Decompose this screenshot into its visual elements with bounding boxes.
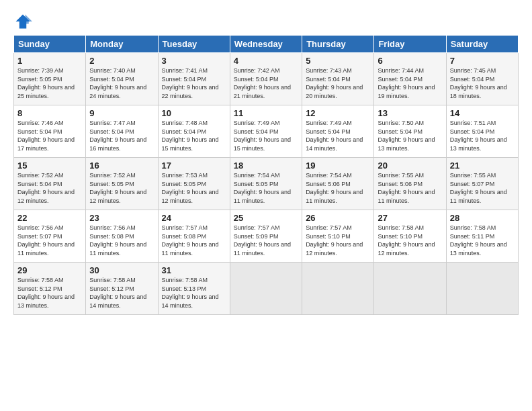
day-info: Sunrise: 7:58 AMSunset: 5:12 PMDaylight:… xyxy=(17,277,75,309)
calendar-week-row: 8Sunrise: 7:46 AMSunset: 5:04 PMDaylight… xyxy=(14,105,519,158)
day-info: Sunrise: 7:46 AMSunset: 5:04 PMDaylight:… xyxy=(17,120,75,152)
calendar-cell-20: 20Sunrise: 7:55 AMSunset: 5:06 PMDayligh… xyxy=(374,158,446,210)
day-number: 31 xyxy=(162,265,226,275)
day-info: Sunrise: 7:57 AMSunset: 5:09 PMDaylight:… xyxy=(234,224,291,257)
day-number: 5 xyxy=(306,56,370,66)
calendar-cell-6: 6Sunrise: 7:44 AMSunset: 5:04 PMDaylight… xyxy=(374,53,446,105)
day-number: 8 xyxy=(17,108,82,118)
day-number: 27 xyxy=(378,213,442,223)
calendar-cell-2: 2Sunrise: 7:40 AMSunset: 5:04 PMDaylight… xyxy=(86,53,158,105)
calendar-cell-28: 28Sunrise: 7:58 AMSunset: 5:11 PMDayligh… xyxy=(446,210,518,263)
calendar-cell-18: 18Sunrise: 7:54 AMSunset: 5:05 PMDayligh… xyxy=(230,158,302,210)
day-info: Sunrise: 7:54 AMSunset: 5:05 PMDaylight:… xyxy=(234,172,291,204)
day-info: Sunrise: 7:53 AMSunset: 5:05 PMDaylight:… xyxy=(162,172,219,204)
day-info: Sunrise: 7:51 AMSunset: 5:04 PMDaylight:… xyxy=(450,120,507,152)
calendar-cell-23: 23Sunrise: 7:56 AMSunset: 5:08 PMDayligh… xyxy=(86,210,158,263)
header-row xyxy=(13,12,519,31)
calendar-week-row: 1Sunrise: 7:39 AMSunset: 5:05 PMDaylight… xyxy=(14,53,519,105)
calendar-cell-29: 29Sunrise: 7:58 AMSunset: 5:12 PMDayligh… xyxy=(14,263,86,315)
day-number: 26 xyxy=(306,213,370,223)
calendar-table: SundayMondayTuesdayWednesdayThursdayFrid… xyxy=(13,35,519,315)
day-number: 28 xyxy=(450,213,515,223)
day-info: Sunrise: 7:56 AMSunset: 5:08 PMDaylight:… xyxy=(89,224,146,257)
calendar-cell-empty xyxy=(446,263,518,315)
day-number: 29 xyxy=(17,265,82,275)
day-info: Sunrise: 7:52 AMSunset: 5:05 PMDaylight:… xyxy=(89,172,146,204)
day-number: 25 xyxy=(234,213,298,223)
day-number: 11 xyxy=(234,108,298,118)
weekday-header-saturday: Saturday xyxy=(446,36,518,53)
calendar-cell-31: 31Sunrise: 7:58 AMSunset: 5:13 PMDayligh… xyxy=(158,263,230,315)
day-info: Sunrise: 7:50 AMSunset: 5:04 PMDaylight:… xyxy=(378,120,435,152)
day-number: 9 xyxy=(89,108,154,118)
calendar-cell-16: 16Sunrise: 7:52 AMSunset: 5:05 PMDayligh… xyxy=(86,158,158,210)
day-info: Sunrise: 7:58 AMSunset: 5:11 PMDaylight:… xyxy=(450,224,507,257)
calendar-cell-8: 8Sunrise: 7:46 AMSunset: 5:04 PMDaylight… xyxy=(14,105,86,158)
calendar-cell-25: 25Sunrise: 7:57 AMSunset: 5:09 PMDayligh… xyxy=(230,210,302,263)
day-info: Sunrise: 7:58 AMSunset: 5:13 PMDaylight:… xyxy=(162,277,219,309)
calendar-cell-1: 1Sunrise: 7:39 AMSunset: 5:05 PMDaylight… xyxy=(14,53,86,105)
calendar-cell-4: 4Sunrise: 7:42 AMSunset: 5:04 PMDaylight… xyxy=(230,53,302,105)
calendar-cell-22: 22Sunrise: 7:56 AMSunset: 5:07 PMDayligh… xyxy=(14,210,86,263)
day-info: Sunrise: 7:45 AMSunset: 5:04 PMDaylight:… xyxy=(450,67,507,99)
day-number: 2 xyxy=(89,56,154,66)
calendar-cell-5: 5Sunrise: 7:43 AMSunset: 5:04 PMDaylight… xyxy=(302,53,374,105)
day-info: Sunrise: 7:43 AMSunset: 5:04 PMDaylight:… xyxy=(306,67,363,99)
weekday-header-friday: Friday xyxy=(374,36,446,53)
logo xyxy=(13,12,35,31)
day-info: Sunrise: 7:54 AMSunset: 5:06 PMDaylight:… xyxy=(306,172,363,204)
day-info: Sunrise: 7:44 AMSunset: 5:04 PMDaylight:… xyxy=(378,67,435,99)
calendar-cell-empty xyxy=(374,263,446,315)
calendar-cell-3: 3Sunrise: 7:41 AMSunset: 5:04 PMDaylight… xyxy=(158,53,230,105)
day-info: Sunrise: 7:42 AMSunset: 5:04 PMDaylight:… xyxy=(234,67,291,99)
calendar-cell-21: 21Sunrise: 7:55 AMSunset: 5:07 PMDayligh… xyxy=(446,158,518,210)
weekday-header-wednesday: Wednesday xyxy=(230,36,302,53)
day-number: 7 xyxy=(450,56,515,66)
day-number: 23 xyxy=(89,213,154,223)
day-number: 17 xyxy=(162,161,226,171)
day-info: Sunrise: 7:40 AMSunset: 5:04 PMDaylight:… xyxy=(89,67,146,99)
day-number: 14 xyxy=(450,108,515,118)
day-number: 1 xyxy=(17,56,82,66)
calendar-cell-10: 10Sunrise: 7:48 AMSunset: 5:04 PMDayligh… xyxy=(158,105,230,158)
weekday-header-sunday: Sunday xyxy=(14,36,86,53)
weekday-header-row: SundayMondayTuesdayWednesdayThursdayFrid… xyxy=(14,36,519,53)
day-number: 19 xyxy=(306,161,370,171)
calendar-cell-27: 27Sunrise: 7:58 AMSunset: 5:10 PMDayligh… xyxy=(374,210,446,263)
calendar-cell-15: 15Sunrise: 7:52 AMSunset: 5:04 PMDayligh… xyxy=(14,158,86,210)
logo-icon xyxy=(13,12,32,31)
day-info: Sunrise: 7:55 AMSunset: 5:07 PMDaylight:… xyxy=(450,172,507,204)
day-number: 18 xyxy=(234,161,298,171)
day-number: 10 xyxy=(162,108,226,118)
calendar-cell-empty xyxy=(302,263,374,315)
day-info: Sunrise: 7:41 AMSunset: 5:04 PMDaylight:… xyxy=(162,67,219,99)
day-number: 20 xyxy=(378,161,442,171)
day-info: Sunrise: 7:55 AMSunset: 5:06 PMDaylight:… xyxy=(378,172,435,204)
calendar-cell-9: 9Sunrise: 7:47 AMSunset: 5:04 PMDaylight… xyxy=(86,105,158,158)
day-info: Sunrise: 7:58 AMSunset: 5:12 PMDaylight:… xyxy=(89,277,146,309)
day-number: 6 xyxy=(378,56,442,66)
weekday-header-monday: Monday xyxy=(86,36,158,53)
calendar-cell-26: 26Sunrise: 7:57 AMSunset: 5:10 PMDayligh… xyxy=(302,210,374,263)
day-info: Sunrise: 7:47 AMSunset: 5:04 PMDaylight:… xyxy=(89,120,146,152)
day-info: Sunrise: 7:49 AMSunset: 5:04 PMDaylight:… xyxy=(234,120,291,152)
calendar-cell-12: 12Sunrise: 7:49 AMSunset: 5:04 PMDayligh… xyxy=(302,105,374,158)
day-number: 13 xyxy=(378,108,442,118)
calendar-cell-24: 24Sunrise: 7:57 AMSunset: 5:08 PMDayligh… xyxy=(158,210,230,263)
day-info: Sunrise: 7:48 AMSunset: 5:04 PMDaylight:… xyxy=(162,120,219,152)
calendar-cell-13: 13Sunrise: 7:50 AMSunset: 5:04 PMDayligh… xyxy=(374,105,446,158)
day-info: Sunrise: 7:52 AMSunset: 5:04 PMDaylight:… xyxy=(17,172,75,204)
day-info: Sunrise: 7:58 AMSunset: 5:10 PMDaylight:… xyxy=(378,224,435,257)
day-number: 15 xyxy=(17,161,82,171)
calendar-week-row: 15Sunrise: 7:52 AMSunset: 5:04 PMDayligh… xyxy=(14,158,519,210)
day-number: 22 xyxy=(17,213,82,223)
calendar-cell-17: 17Sunrise: 7:53 AMSunset: 5:05 PMDayligh… xyxy=(158,158,230,210)
weekday-header-thursday: Thursday xyxy=(302,36,374,53)
weekday-header-tuesday: Tuesday xyxy=(158,36,230,53)
calendar-week-row: 29Sunrise: 7:58 AMSunset: 5:12 PMDayligh… xyxy=(14,263,519,315)
calendar-cell-11: 11Sunrise: 7:49 AMSunset: 5:04 PMDayligh… xyxy=(230,105,302,158)
day-info: Sunrise: 7:57 AMSunset: 5:08 PMDaylight:… xyxy=(162,224,219,257)
calendar-cell-7: 7Sunrise: 7:45 AMSunset: 5:04 PMDaylight… xyxy=(446,53,518,105)
day-number: 16 xyxy=(89,161,154,171)
calendar-cell-19: 19Sunrise: 7:54 AMSunset: 5:06 PMDayligh… xyxy=(302,158,374,210)
